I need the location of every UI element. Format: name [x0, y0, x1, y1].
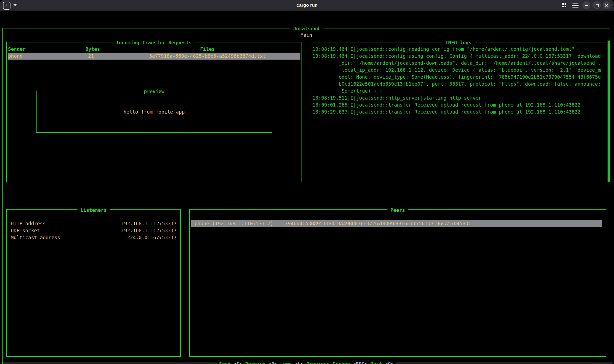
preview-panel: preview hello from mobile app: [36, 91, 272, 133]
terminal-window: Jocalsend Main Send<S> Receive<R> Logs<L…: [0, 0, 614, 364]
listeners-title: Listeners: [77, 207, 110, 214]
cell-sender: phone: [8, 53, 23, 60]
hint-receive: Receive<R>: [245, 361, 277, 364]
peer-info: phone (192.168.1.110:53317) -- 794664CA3…: [195, 220, 471, 227]
tab-overview-icon[interactable]: [562, 3, 564, 5]
logs-scrollbar[interactable]: [608, 41, 610, 182]
listener-value: 192.168.1.112:53317: [95, 227, 177, 234]
log-line: _dir: "/home/ardent/jocalsend-downloads"…: [313, 60, 601, 67]
maximize-button[interactable]: [593, 1, 601, 9]
listener-label: Multicast address: [11, 234, 60, 241]
peer-row-selected[interactable]: phone (192.168.1.110:53317) -- 794664CA3…: [191, 220, 602, 227]
cell-files: 5e77918a-569e-4825-b6b5-a52496b3874d.txt: [116, 53, 299, 60]
incoming-transfers-panel: Incoming Transfer Requests Sender Bytes …: [6, 42, 301, 182]
listener-value: 224.0.0.167:53317: [95, 234, 177, 241]
minimize-icon: [585, 5, 588, 6]
terminal-screen: Jocalsend Main Send<S> Receive<R> Logs<L…: [0, 10, 614, 362]
info-logs-title: INFO logs: [442, 39, 475, 46]
app-title: Jocalsend: [290, 25, 322, 32]
log-line: b0cd1622e501ac4b859c13fb1eb07", port: 53…: [313, 81, 601, 88]
listener-value: 192.168.1.112:53317: [95, 220, 177, 227]
hint-key: <Q>: [385, 361, 394, 364]
log-line: 13:08:19.464|I|jocalsend::config|reading…: [313, 46, 574, 53]
listener-label: HTTP address: [11, 220, 46, 227]
preview-content: hello from mobile app: [37, 108, 272, 115]
peers-title: Peers: [387, 207, 408, 214]
key-hints: Send<S> Receive<R> Logs<L> Previous Scre…: [217, 361, 396, 364]
new-tab-button[interactable]: [3, 2, 10, 10]
titlebar: cargo run: [0, 0, 614, 11]
screen-name: Main: [3, 32, 610, 39]
maximize-icon: [596, 4, 599, 7]
hint-key: <L>: [295, 361, 304, 364]
hint-label: Previous Screen: [306, 361, 350, 364]
preview-title: preview: [141, 88, 167, 95]
log-line: 13:09:29.637|I|jocalsend::transfer|Recei…: [313, 108, 580, 115]
hint-label: Receive: [245, 361, 266, 364]
peers-panel: Peers phone (192.168.1.110:53317) -- 794…: [189, 209, 606, 357]
log-line: Some(true) } }: [313, 88, 382, 94]
log-line: 13:08:19.511|I|jocalsend::http_server|st…: [313, 94, 482, 101]
hint-key: <R>: [268, 361, 277, 364]
log-line: 13:09:01.266|I|jocalsend::transfer|Recei…: [313, 101, 580, 108]
hint-key: <ESC>: [353, 361, 367, 364]
incoming-table-header: Sender Bytes Files: [8, 46, 300, 53]
hint-label: Quit: [370, 361, 382, 364]
incoming-transfers-title: Incoming Transfer Requests: [113, 39, 195, 46]
info-logs-panel: INFO logs 13:08:19.464|I|jocalsend::conf…: [311, 42, 606, 182]
hint-logs: Logs<L>: [280, 361, 303, 364]
listener-label: UDP socket: [11, 227, 40, 234]
incoming-table-row-selected[interactable]: phone 21 5e77918a-569e-4825-b6b5-a52496b…: [8, 53, 300, 60]
menu-icon[interactable]: [572, 3, 579, 4]
hint-send: Send<S>: [219, 361, 242, 364]
plus-icon: [6, 4, 6, 6]
hint-quit: Quit<Q>: [370, 361, 394, 364]
hint-previous-screen: Previous Screen<ESC>: [306, 361, 368, 364]
minimize-button[interactable]: [583, 1, 590, 9]
window-title: cargo run: [0, 0, 614, 10]
close-button[interactable]: [603, 1, 611, 9]
hint-label: Send: [219, 361, 231, 364]
chevron-down-icon[interactable]: [13, 4, 17, 6]
col-files: Files: [116, 46, 299, 53]
log-line: odel: None, device_type: Some(Headless),…: [313, 74, 601, 81]
log-line: 13:08:19.464|I|jocalsend::config|using c…: [313, 53, 601, 60]
col-bytes: Bytes: [85, 46, 100, 53]
col-sender: Sender: [8, 46, 26, 53]
listeners-panel: Listeners HTTP address 192.168.1.112:533…: [6, 209, 181, 357]
hint-label: Logs: [280, 361, 292, 364]
log-line: local_ip_addr: 192.168.1.112, device: De…: [313, 67, 601, 74]
cell-bytes: 21: [88, 53, 94, 60]
hint-key: <S>: [234, 361, 242, 364]
